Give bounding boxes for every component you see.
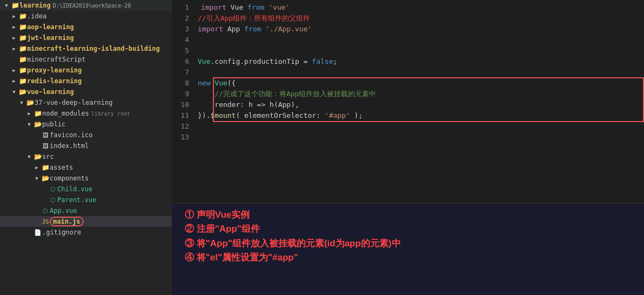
main-js-label: main.js	[50, 217, 84, 226]
arrow-icon: ▼	[10, 88, 18, 96]
root-path: D:\IDEA2019\workSpace-20	[53, 3, 131, 9]
tree-item-minecraftscript[interactable]: ▶ 📁 minecraftScript	[0, 54, 172, 65]
item-label: assets	[50, 164, 73, 171]
item-label: proxy-learning	[27, 66, 82, 74]
spacer	[25, 228, 33, 237]
code-line-7	[198, 67, 640, 78]
item-label: Child.vue	[57, 185, 92, 193]
vue-file-icon: ⬡	[41, 206, 50, 215]
code-line-9: //完成了这个功能：将App组件放入被挂载的元素中	[198, 89, 640, 99]
tree-item-public[interactable]: ▼ 📂 public	[0, 119, 172, 130]
folder-closed-icon: 📁	[18, 66, 27, 75]
spacer	[32, 131, 41, 139]
tree-item-gitignore[interactable]: 📄 .gitignore	[0, 227, 172, 238]
tree-item-index-html[interactable]: 🖼 index.html	[0, 140, 172, 151]
arrow-icon: ▶	[25, 109, 33, 118]
tree-item-components[interactable]: ▼ 📂 components	[0, 173, 172, 184]
code-line-5	[198, 45, 640, 56]
tree-item-idea[interactable]: ▶ 📁 .idea	[0, 11, 172, 22]
tree-item-redis[interactable]: ▶ 📁 redis-learning	[0, 76, 172, 86]
tree-item-minecraft[interactable]: ▶ 📁 minecraft-learning-island-building	[0, 43, 172, 54]
tree-item-favicon[interactable]: 🖼 favicon.ico	[0, 130, 172, 140]
code-line-3: import App from './App.vue'	[198, 24, 640, 35]
file-icon: 🖼	[41, 142, 50, 150]
annotation-1: ① 声明Vue实例	[185, 208, 635, 222]
item-label: redis-learning	[27, 77, 82, 85]
arrow-icon: ▼	[32, 174, 41, 183]
folder-open-icon: 📂	[33, 120, 42, 129]
item-label: node_modules	[42, 110, 89, 117]
code-line-6: Vue.config.productionTip = false;	[198, 56, 640, 67]
folder-closed-icon: 📁	[33, 109, 42, 118]
code-line-10: render: h => h(App),	[198, 99, 640, 110]
item-label: .gitignore	[42, 229, 81, 236]
file-icon: 🖼	[41, 131, 50, 139]
item-label: App.vue	[50, 207, 77, 214]
tree-item-node-modules[interactable]: ▶ 📁 node_modules library root	[0, 108, 172, 119]
folder-closed-icon: 📁	[18, 12, 27, 21]
tree-item-parent-vue[interactable]: ⬡ Parent.vue	[0, 195, 172, 205]
item-label: minecraft-learning-island-building	[27, 45, 160, 52]
folder-closed-icon: 📁	[18, 23, 27, 31]
folder-open-icon: 📂	[18, 88, 27, 96]
code-line-1: import Vue from 'vue'	[198, 2, 640, 13]
tree-item-37[interactable]: ▼ 📂 37-vue-deep-learning	[0, 97, 172, 108]
arrow-icon: ▶	[10, 44, 18, 53]
tree-root[interactable]: ▼ 📁 learning D:\IDEA2019\workSpace-20	[0, 0, 172, 11]
item-label: .idea	[27, 12, 46, 20]
folder-open-icon: 📂	[33, 152, 42, 161]
tree-item-assets[interactable]: ▶ 📁 assets	[0, 162, 172, 173]
code-line-2: //引入App组件：所有组件的父组件	[198, 13, 640, 24]
item-label: aop-learning	[27, 23, 74, 31]
item-label: 37-vue-deep-learning	[35, 99, 113, 106]
code-line-4	[198, 35, 640, 45]
item-label: jwt-learning	[27, 34, 74, 42]
folder-closed-icon: 📁	[18, 77, 27, 85]
code-editor: 1 2 3 4 5 6 7 8 9 10 11 12 13 import Vue…	[172, 0, 644, 295]
code-lines: import Vue from 'vue' //引入App组件：所有组件的父组件…	[193, 0, 644, 203]
folder-closed-icon: 📁	[18, 33, 27, 42]
item-label: Parent.vue	[57, 196, 96, 204]
line-numbers: 1 2 3 4 5 6 7 8 9 10 11 12 13	[172, 0, 193, 203]
folder-closed-icon: 📁	[18, 55, 27, 64]
tree-item-child-vue[interactable]: ⬡ Child.vue	[0, 184, 172, 195]
tree-item-jwt[interactable]: ▶ 📁 jwt-learning	[0, 32, 172, 43]
library-root-label: library root	[91, 111, 130, 117]
arrow-icon: ▼	[25, 120, 33, 129]
arrow-icon: ▶	[10, 12, 18, 21]
code-line-12	[198, 121, 640, 132]
expand-arrow-icon: ▼	[2, 1, 11, 10]
code-line-13	[198, 132, 640, 143]
item-label: minecraftScript	[27, 56, 85, 63]
arrow-icon: ▼	[17, 98, 26, 107]
tree-item-proxy[interactable]: ▶ 📁 proxy-learning	[0, 65, 172, 76]
code-line-11: }).$mount( elementOrSelector: '#app' );	[198, 110, 640, 121]
spacer	[32, 206, 41, 215]
arrow-icon: ▼	[25, 152, 33, 161]
folder-open-icon: 📂	[41, 174, 50, 183]
item-label: components	[50, 175, 89, 182]
folder-closed-icon: 📁	[41, 163, 50, 172]
item-label: index.html	[50, 142, 89, 150]
tree-item-main-js[interactable]: JS main.js	[0, 216, 172, 227]
tree-item-aop[interactable]: ▶ 📁 aop-learning	[0, 22, 172, 32]
annotation-2: ② 注册"App"组件	[185, 222, 635, 236]
root-label: learning	[19, 2, 51, 9]
file-tree: ▼ 📁 learning D:\IDEA2019\workSpace-20 ▶ …	[0, 0, 172, 295]
code-line-8: new Vue({	[198, 78, 640, 89]
folder-open-icon: 📂	[26, 98, 35, 107]
arrow-icon: ▶	[10, 77, 18, 85]
folder-closed-icon: 📁	[18, 44, 27, 53]
spacer	[32, 217, 41, 226]
item-label: vue-learning	[27, 88, 74, 96]
annotation-3: ③ 将"App"组件放入被挂载的元素(id为app的元素)中	[185, 237, 635, 251]
spacer	[32, 142, 41, 150]
vue-file-icon: ⬡	[49, 196, 57, 204]
tree-item-src[interactable]: ▼ 📂 src	[0, 151, 172, 162]
arrow-icon: ▶	[32, 163, 41, 172]
arrow-icon: ▶	[10, 23, 18, 31]
tree-item-app-vue[interactable]: ⬡ App.vue	[0, 205, 172, 216]
tree-item-vue-learning[interactable]: ▼ 📂 vue-learning	[0, 86, 172, 97]
item-label: favicon.ico	[50, 131, 92, 139]
arrow-icon: ▶	[10, 66, 18, 75]
